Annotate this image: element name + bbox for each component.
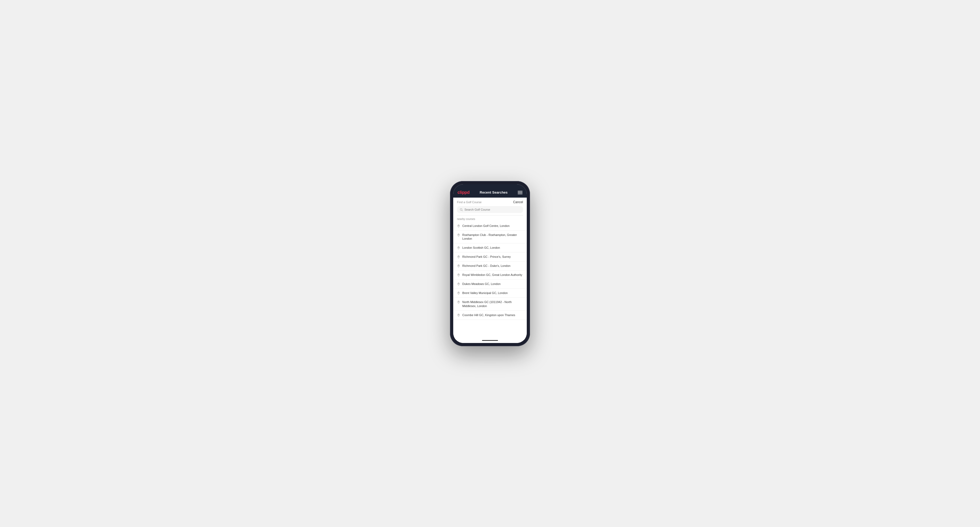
search-box[interactable]: [457, 206, 523, 213]
home-indicator: [453, 338, 527, 343]
location-pin-icon: [457, 224, 460, 228]
svg-point-6: [458, 265, 459, 266]
nearby-label: Nearby courses: [453, 216, 527, 222]
course-name: Roehampton Club - Roehampton, Greater Lo…: [462, 233, 523, 241]
phone-device: clippd Recent Searches Find a Golf Cours…: [450, 181, 530, 346]
phone-screen: clippd Recent Searches Find a Golf Cours…: [453, 184, 527, 343]
location-pin-icon: [457, 255, 460, 259]
search-container: [453, 206, 527, 215]
svg-point-7: [458, 274, 459, 275]
list-item[interactable]: North Middlesex GC (1011942 - North Midd…: [453, 298, 527, 311]
cancel-button[interactable]: Cancel: [513, 200, 523, 204]
svg-point-3: [458, 234, 459, 235]
course-name: London Scottish GC, London: [462, 246, 523, 250]
svg-point-11: [458, 314, 459, 315]
nav-title: Recent Searches: [480, 190, 508, 194]
location-pin-icon: [457, 246, 460, 250]
svg-point-9: [458, 292, 459, 293]
svg-point-0: [460, 208, 462, 210]
svg-line-1: [462, 210, 463, 211]
list-item[interactable]: Royal Wimbledon GC, Great London Authori…: [453, 271, 527, 279]
course-list: Central London Golf Centre, LondonRoeham…: [453, 222, 527, 320]
app-logo: clippd: [458, 190, 469, 195]
list-item[interactable]: Richmond Park GC - Duke's, London: [453, 262, 527, 271]
search-input[interactable]: [465, 208, 520, 211]
svg-point-10: [458, 302, 459, 302]
course-name: Royal Wimbledon GC, Great London Authori…: [462, 273, 523, 277]
course-name: North Middlesex GC (1011942 - North Midd…: [462, 300, 523, 308]
course-name: Richmond Park GC - Prince's, Surrey: [462, 255, 523, 259]
list-item[interactable]: Roehampton Club - Roehampton, Greater Lo…: [453, 231, 527, 244]
home-bar: [482, 340, 498, 341]
course-name: Brent Valley Municipal GC, London: [462, 291, 523, 295]
list-item[interactable]: Central London Golf Centre, London: [453, 222, 527, 231]
nearby-courses-section: Nearby courses Central London Golf Centr…: [453, 215, 527, 338]
find-header: Find a Golf Course Cancel: [453, 198, 527, 206]
list-item[interactable]: Dukes Meadows GC, London: [453, 279, 527, 289]
location-pin-icon: [457, 282, 460, 286]
nav-bar: clippd Recent Searches: [453, 188, 527, 198]
list-item[interactable]: Richmond Park GC - Prince's, Surrey: [453, 252, 527, 262]
list-item[interactable]: Brent Valley Municipal GC, London: [453, 289, 527, 298]
location-pin-icon: [457, 264, 460, 268]
svg-point-8: [458, 283, 459, 284]
location-pin-icon: [457, 233, 460, 237]
svg-point-2: [458, 225, 459, 226]
location-pin-icon: [457, 300, 460, 304]
svg-point-4: [458, 247, 459, 248]
course-name: Central London Golf Centre, London: [462, 224, 523, 228]
location-pin-icon: [457, 291, 460, 295]
course-name: Richmond Park GC - Duke's, London: [462, 264, 523, 268]
svg-point-5: [458, 256, 459, 257]
search-icon: [460, 208, 463, 211]
hamburger-menu-icon[interactable]: [518, 191, 522, 194]
course-name: Dukes Meadows GC, London: [462, 282, 523, 286]
status-bar: [453, 184, 527, 188]
list-item[interactable]: London Scottish GC, London: [453, 243, 527, 252]
location-pin-icon: [457, 313, 460, 317]
main-content: Find a Golf Course Cancel Nearby courses: [453, 198, 527, 343]
list-item[interactable]: Coombe Hill GC, Kingston upon Thames: [453, 311, 527, 320]
find-label: Find a Golf Course: [457, 200, 482, 204]
course-name: Coombe Hill GC, Kingston upon Thames: [462, 313, 523, 317]
location-pin-icon: [457, 273, 460, 277]
